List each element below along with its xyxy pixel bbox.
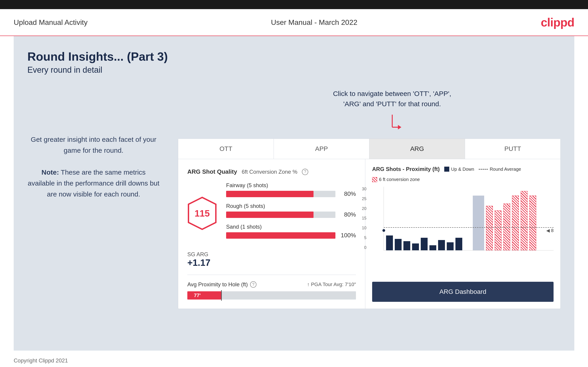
hex-score-area: 115 Fairway (5 shots) [187,182,356,244]
ref-value-num: 8 [551,228,553,233]
tab-ott[interactable]: OTT [178,139,274,159]
tab-putt[interactable]: PUTT [465,139,560,159]
legend-hatch-icon [372,177,377,182]
fairway-label: Fairway (5 shots) [226,182,356,189]
ref-value: ◀ 8 [546,228,553,233]
nav-annotation: Click to navigate between 'OTT', 'APP','… [224,88,561,109]
page-title: Round Insights... (Part 3) [27,50,561,63]
chart-title: ARG Shots - Proximity (ft) [372,166,440,172]
proximity-header: Avg Proximity to Hole (ft) ? ↑ PGA Tour … [187,281,356,288]
chart-bar-hatch-6 [529,196,536,250]
legend-conversion-zone: 6 ft conversion zone [372,177,420,182]
y-axis: 30 25 20 15 10 5 0 [362,187,366,250]
chart-bar-5 [421,238,428,250]
upload-manual-link[interactable]: Upload Manual Activity [14,18,88,27]
sand-label: Sand (1 shots) [226,224,356,230]
card: OTT APP ARG PUTT ARG Shot Quality 6ft Co… [178,139,561,309]
proximity-bar-track [187,291,356,300]
right-panel: Click to navigate between 'OTT', 'APP','… [178,88,561,309]
sand-pct: 100% [340,232,356,239]
chart-bar-tall [473,196,484,250]
chart-bar-7 [438,240,445,250]
y-label-10: 10 [362,226,366,230]
pga-avg: ↑ PGA Tour Avg: 7'10" [307,282,356,287]
sand-bar-fill [226,232,335,239]
section-header: ARG Shot Quality 6ft Conversion Zone % ? [187,168,356,175]
card-body: ARG Shot Quality 6ft Conversion Zone % ? [178,159,560,309]
legend-up-down-label: Up & Down [451,167,474,172]
proximity-label: Avg Proximity to Hole (ft) ? [187,281,257,288]
y-label-20: 20 [362,206,366,211]
proximity-value: 77' [191,292,204,299]
shot-quality-bars: Fairway (5 shots) 80% Ro [226,182,356,244]
chart-bar-2 [395,239,402,250]
sand-bar-track [226,232,335,239]
clippd-logo: clippd [541,16,574,29]
chart-bar-hatch-4 [512,196,519,250]
chart-header: ARG Shots - Proximity (ft) Up & Down Rou… [372,166,553,182]
help-icon[interactable]: ? [302,169,308,175]
proximity-label-text: Avg Proximity to Hole (ft) [187,281,248,288]
card-left: ARG Shot Quality 6ft Conversion Zone % ? [178,159,365,309]
legend-conversion-zone-label: 6 ft conversion zone [379,177,420,182]
chart-bar-3 [403,241,410,250]
fairway-pct: 80% [340,190,356,197]
tab-arg[interactable]: ARG [369,139,465,159]
legend-square-icon [444,167,449,172]
rough-bar-fill [226,212,313,218]
rough-bar-row: Rough (5 shots) 80% [226,203,356,218]
sg-value: +1.17 [187,258,356,268]
user-manual-title: User Manual - March 2022 [271,18,357,27]
legend-round-avg-label: Round Average [490,167,521,172]
sg-label: SG ARG [187,251,356,258]
annotation-text: Click to navigate between 'OTT', 'APP','… [333,90,451,108]
ref-line: ◀ 8 [384,227,553,233]
conversion-zone-label: 6ft Conversion Zone % [242,169,297,175]
hex-score: 115 [195,208,210,218]
proximity-help-icon[interactable]: ? [250,281,257,288]
header: Upload Manual Activity User Manual - Mar… [0,9,588,36]
sand-bar-pct: 100% [226,232,356,239]
y-label-0: 0 [362,245,366,250]
left-panel: Get greater insight into each facet of y… [27,88,160,200]
svg-marker-2 [398,125,401,129]
note-label: Note: [42,168,59,176]
chart-area: ◀ 8 [384,187,553,250]
chart-bar-4 [412,243,419,250]
y-label-30: 30 [362,187,366,192]
rough-label: Rough (5 shots) [226,203,356,209]
card-right: ARG Shots - Proximity (ft) Up & Down Rou… [365,159,560,309]
ref-dot [382,229,385,232]
y-label-25: 25 [362,197,366,201]
main-content: Round Insights... (Part 3) Every round i… [14,36,574,350]
chart-bar-8 [447,242,454,250]
cursor-line [221,290,222,301]
copyright: Copyright Clippd 2021 [14,358,68,364]
arg-dashboard-button[interactable]: ARG Dashboard [372,282,553,302]
fairway-bar-track [226,191,335,197]
y-label-15: 15 [362,216,366,221]
chart-bar-6 [429,245,436,250]
content-layout: Get greater insight into each facet of y… [27,88,561,309]
legend-up-down: Up & Down [444,167,474,172]
chart-bar-9 [455,238,462,250]
chart-bar-hatch-5 [521,191,527,250]
arg-shot-quality-label: ARG Shot Quality [187,168,237,175]
top-bar [0,0,588,9]
tab-app[interactable]: APP [274,139,369,159]
rough-bar-track [226,212,335,218]
tabs: OTT APP ARG PUTT [178,139,560,159]
proximity-section: Avg Proximity to Hole (ft) ? ↑ PGA Tour … [187,275,356,300]
rough-bar-pct: 80% [226,211,356,218]
arrow-icon [383,114,401,136]
footer: Copyright Clippd 2021 [0,350,588,367]
sg-section: SG ARG +1.17 [187,251,356,268]
rough-pct: 80% [340,211,356,218]
proximity-bar-wrap: 77' [187,291,356,300]
description-text1: Get greater insight into each facet of y… [31,136,156,154]
legend-dashed-icon [479,169,488,170]
fairway-bar-row: Fairway (5 shots) 80% [226,182,356,197]
bar-chart: 30 25 20 15 10 5 0 [372,187,553,277]
page-subtitle: Every round in detail [27,65,561,75]
fairway-bar-fill [226,191,313,197]
